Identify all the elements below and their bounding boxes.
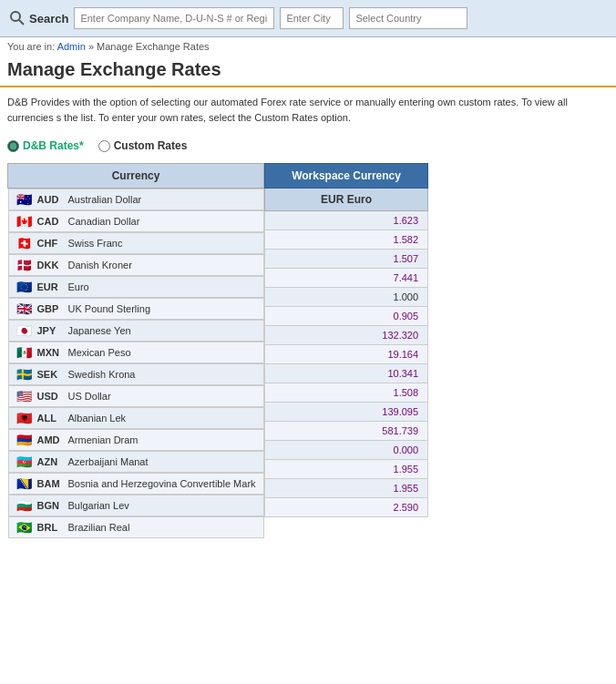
workspace-table-wrapper: Workspace Currency EUR Euro 1.6231.5821.… bbox=[264, 163, 428, 517]
breadcrumb-current: Manage Exchange Rates bbox=[97, 41, 210, 52]
dnb-rates-option[interactable]: D&B Rates* bbox=[7, 139, 84, 152]
currency-name: Bulgarian Lev bbox=[68, 500, 129, 511]
currency-header: Currency bbox=[8, 164, 264, 189]
table-row: 🇨🇭CHFSwiss Franc bbox=[8, 232, 264, 254]
dnb-rates-radio[interactable] bbox=[7, 140, 19, 152]
currency-name: Bosnia and Herzegovina Convertible Mark bbox=[68, 478, 256, 489]
page-description: D&B Provides with the option of selectin… bbox=[0, 95, 616, 134]
currency-table-wrapper: Currency 🇦🇺AUDAustralian Dollar🇨🇦CADCana… bbox=[7, 163, 264, 538]
currency-name: Swedish Krona bbox=[68, 369, 136, 380]
currency-table: Currency 🇦🇺AUDAustralian Dollar🇨🇦CADCana… bbox=[7, 163, 264, 538]
currency-code: DKK bbox=[37, 260, 63, 271]
custom-rates-radio[interactable] bbox=[98, 140, 110, 152]
flag-icon: 🇲🇽 bbox=[16, 346, 32, 359]
flag-icon: 🇪🇺 bbox=[16, 281, 32, 293]
workspace-table: Workspace Currency EUR Euro 1.6231.5821.… bbox=[264, 163, 428, 517]
table-row: 🇩🇰DKKDanish Kroner bbox=[8, 254, 264, 276]
rate-value: 0.000 bbox=[265, 441, 428, 460]
workspace-rate-row: 1.582 bbox=[265, 230, 428, 250]
workspace-rate-row: 1.955 bbox=[265, 460, 428, 479]
currency-code: BAM bbox=[37, 478, 63, 489]
workspace-rate-row: 0.000 bbox=[265, 441, 428, 460]
flag-icon: 🇧🇦 bbox=[16, 477, 32, 490]
flag-icon: 🇦🇿 bbox=[16, 455, 32, 468]
table-row: 🇸🇪SEKSwedish Krona bbox=[8, 363, 264, 385]
rate-value: 1.582 bbox=[265, 230, 428, 250]
city-input[interactable] bbox=[280, 7, 344, 29]
table-row: 🇦🇲AMDArmenian Dram bbox=[8, 429, 264, 451]
currency-code: ALL bbox=[37, 413, 63, 424]
table-row: 🇲🇽MXNMexican Peso bbox=[8, 342, 264, 363]
workspace-rate-row: 1.955 bbox=[265, 479, 428, 498]
search-text: Search bbox=[29, 12, 68, 26]
rate-value: 1.955 bbox=[265, 460, 428, 479]
content-area: Currency 🇦🇺AUDAustralian Dollar🇨🇦CADCana… bbox=[0, 163, 616, 538]
currency-code: GBP bbox=[37, 303, 63, 314]
custom-rates-option[interactable]: Custom Rates bbox=[98, 139, 188, 152]
currency-name: Japanese Yen bbox=[68, 325, 131, 336]
workspace-rate-row: 19.164 bbox=[265, 345, 428, 364]
workspace-rate-row: 139.095 bbox=[265, 403, 428, 422]
rate-value: 10.341 bbox=[265, 364, 428, 383]
workspace-rate-row: 1.000 bbox=[265, 288, 428, 307]
flag-icon: 🇦🇱 bbox=[16, 412, 32, 424]
flag-icon: 🇸🇪 bbox=[16, 368, 32, 381]
currency-code: EUR bbox=[37, 281, 63, 292]
table-row: 🇬🇧GBPUK Pound Sterling bbox=[8, 298, 264, 320]
workspace-subheader: EUR Euro bbox=[265, 189, 428, 211]
table-row: 🇦🇿AZNAzerbaijani Manat bbox=[8, 451, 264, 473]
search-input[interactable] bbox=[74, 7, 274, 29]
workspace-rate-row: 1.508 bbox=[265, 383, 428, 403]
table-row: 🇧🇬BGNBulgarian Lev bbox=[8, 495, 264, 516]
tables-container: Currency 🇦🇺AUDAustralian Dollar🇨🇦CADCana… bbox=[7, 163, 428, 538]
table-row: 🇯🇵JPYJapanese Yen bbox=[8, 320, 264, 342]
search-label: Search bbox=[9, 10, 68, 26]
rate-value: 581.739 bbox=[265, 422, 428, 441]
rate-value: 1.508 bbox=[265, 383, 428, 403]
currency-code: BRL bbox=[37, 522, 63, 533]
flag-icon: 🇬🇧 bbox=[16, 302, 32, 315]
rate-value: 139.095 bbox=[265, 403, 428, 422]
breadcrumb-admin[interactable]: Admin bbox=[57, 41, 86, 52]
country-input[interactable] bbox=[349, 7, 467, 29]
rate-value: 2.590 bbox=[265, 498, 428, 517]
workspace-rate-row: 10.341 bbox=[265, 364, 428, 383]
currency-name: Euro bbox=[68, 281, 89, 292]
rate-value: 19.164 bbox=[265, 345, 428, 364]
rate-value: 132.320 bbox=[265, 326, 428, 345]
rate-value: 1.623 bbox=[265, 211, 428, 230]
currency-name: UK Pound Sterling bbox=[68, 303, 151, 314]
search-bar: Search bbox=[0, 0, 616, 37]
currency-code: BGN bbox=[37, 500, 63, 511]
currency-name: Swiss Franc bbox=[68, 238, 123, 249]
workspace-rate-row: 132.320 bbox=[265, 326, 428, 345]
flag-icon: 🇯🇵 bbox=[16, 324, 32, 337]
search-icon bbox=[9, 10, 26, 26]
currency-code: MXN bbox=[37, 347, 63, 358]
flag-icon: 🇩🇰 bbox=[16, 259, 32, 271]
table-row: 🇪🇺EUREuro bbox=[8, 276, 264, 298]
flag-icon: 🇨🇦 bbox=[16, 215, 32, 228]
svg-point-0 bbox=[11, 12, 20, 21]
flag-icon: 🇺🇸 bbox=[16, 390, 32, 403]
flag-icon: 🇦🇺 bbox=[16, 193, 32, 206]
workspace-rate-row: 1.507 bbox=[265, 250, 428, 269]
currency-code: AZN bbox=[37, 456, 63, 467]
workspace-rate-row: 7.441 bbox=[265, 269, 428, 288]
flag-icon: 🇦🇲 bbox=[16, 434, 32, 446]
dnb-rates-label: D&B Rates* bbox=[23, 139, 84, 152]
currency-name: Albanian Lek bbox=[68, 413, 127, 424]
flag-icon: 🇧🇬 bbox=[16, 499, 32, 512]
workspace-rate-row: 1.623 bbox=[265, 211, 428, 230]
currency-name: Canadian Dollar bbox=[68, 216, 140, 227]
rate-value: 0.905 bbox=[265, 307, 428, 326]
table-row: 🇦🇺AUDAustralian Dollar bbox=[8, 189, 264, 211]
workspace-rate-row: 2.590 bbox=[265, 498, 428, 517]
currency-code: AUD bbox=[37, 194, 63, 205]
table-row: 🇧🇦BAMBosnia and Herzegovina Convertible … bbox=[8, 473, 264, 495]
workspace-rate-row: 581.739 bbox=[265, 422, 428, 441]
currency-name: Brazilian Real bbox=[68, 522, 130, 533]
svg-line-1 bbox=[19, 20, 24, 25]
currency-name: Azerbaijani Manat bbox=[68, 456, 149, 467]
rate-value: 1.000 bbox=[265, 288, 428, 307]
